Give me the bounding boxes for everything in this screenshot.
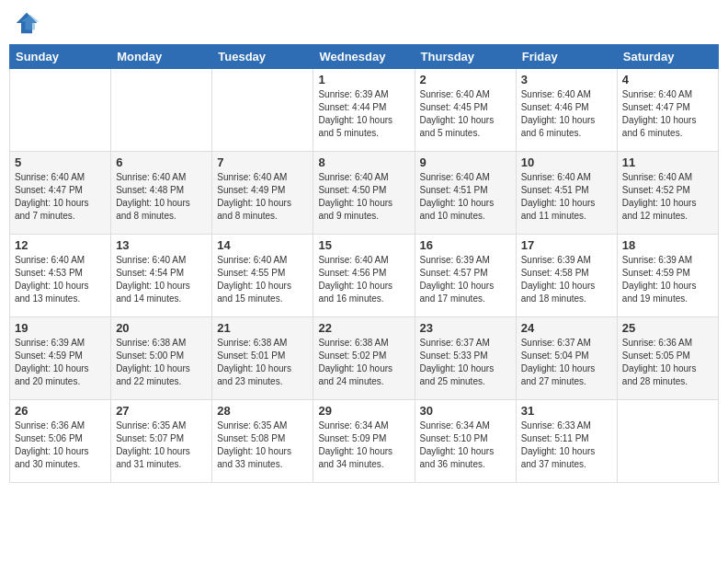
day-number: 29 (318, 404, 409, 418)
calendar-header-row: SundayMondayTuesdayWednesdayThursdayFrid… (10, 45, 719, 69)
calendar-cell: 11Sunrise: 6:40 AM Sunset: 4:52 PM Dayli… (617, 152, 718, 235)
calendar-cell: 31Sunrise: 6:33 AM Sunset: 5:11 PM Dayli… (516, 400, 617, 483)
calendar-cell: 19Sunrise: 6:39 AM Sunset: 4:59 PM Dayli… (10, 317, 111, 400)
day-header-thursday: Thursday (415, 45, 516, 69)
calendar-cell: 3Sunrise: 6:40 AM Sunset: 4:46 PM Daylig… (516, 69, 617, 152)
day-detail: Sunrise: 6:40 AM Sunset: 4:45 PM Dayligh… (420, 88, 511, 140)
day-detail: Sunrise: 6:37 AM Sunset: 5:04 PM Dayligh… (521, 337, 612, 388)
day-number: 17 (521, 238, 612, 252)
calendar-cell: 13Sunrise: 6:40 AM Sunset: 4:54 PM Dayli… (111, 235, 212, 317)
day-header-friday: Friday (516, 45, 617, 69)
day-detail: Sunrise: 6:40 AM Sunset: 4:47 PM Dayligh… (622, 88, 713, 140)
logo-icon (13, 9, 40, 37)
calendar-week-5: 26Sunrise: 6:36 AM Sunset: 5:06 PM Dayli… (10, 400, 719, 483)
day-detail: Sunrise: 6:35 AM Sunset: 5:07 PM Dayligh… (116, 419, 207, 471)
calendar-cell: 12Sunrise: 6:40 AM Sunset: 4:53 PM Dayli… (10, 235, 111, 317)
day-number: 7 (217, 155, 308, 169)
calendar-cell: 14Sunrise: 6:40 AM Sunset: 4:55 PM Dayli… (212, 235, 313, 317)
day-number: 31 (521, 404, 612, 418)
day-detail: Sunrise: 6:40 AM Sunset: 4:51 PM Dayligh… (420, 171, 511, 223)
calendar-week-1: 1Sunrise: 6:39 AM Sunset: 4:44 PM Daylig… (10, 69, 719, 152)
day-detail: Sunrise: 6:40 AM Sunset: 4:47 PM Dayligh… (15, 171, 106, 223)
day-number: 18 (622, 238, 713, 252)
calendar-cell: 17Sunrise: 6:39 AM Sunset: 4:58 PM Dayli… (516, 235, 617, 317)
page-header (9, 9, 719, 37)
day-number: 10 (521, 155, 612, 169)
day-number: 24 (521, 321, 612, 335)
calendar-cell: 8Sunrise: 6:40 AM Sunset: 4:50 PM Daylig… (313, 152, 415, 235)
day-number: 30 (420, 404, 511, 418)
calendar-cell: 6Sunrise: 6:40 AM Sunset: 4:48 PM Daylig… (111, 152, 212, 235)
calendar-cell (212, 69, 313, 152)
calendar-cell: 10Sunrise: 6:40 AM Sunset: 4:51 PM Dayli… (516, 152, 617, 235)
day-detail: Sunrise: 6:40 AM Sunset: 4:56 PM Dayligh… (318, 254, 409, 305)
calendar-cell: 27Sunrise: 6:35 AM Sunset: 5:07 PM Dayli… (111, 400, 212, 483)
day-number: 2 (420, 73, 511, 86)
calendar-cell: 4Sunrise: 6:40 AM Sunset: 4:47 PM Daylig… (617, 69, 718, 152)
calendar-cell: 25Sunrise: 6:36 AM Sunset: 5:05 PM Dayli… (617, 317, 718, 400)
day-detail: Sunrise: 6:40 AM Sunset: 4:55 PM Dayligh… (217, 254, 308, 305)
day-number: 28 (217, 404, 308, 418)
day-detail: Sunrise: 6:39 AM Sunset: 4:59 PM Dayligh… (622, 254, 713, 305)
day-number: 15 (318, 238, 409, 252)
calendar-cell: 24Sunrise: 6:37 AM Sunset: 5:04 PM Dayli… (516, 317, 617, 400)
day-detail: Sunrise: 6:34 AM Sunset: 5:10 PM Dayligh… (420, 419, 511, 471)
day-number: 14 (217, 238, 308, 252)
day-detail: Sunrise: 6:38 AM Sunset: 5:01 PM Dayligh… (217, 337, 308, 388)
day-number: 21 (217, 321, 308, 335)
day-detail: Sunrise: 6:36 AM Sunset: 5:06 PM Dayligh… (15, 419, 106, 471)
day-number: 20 (116, 321, 207, 335)
day-detail: Sunrise: 6:40 AM Sunset: 4:53 PM Dayligh… (15, 254, 106, 305)
day-header-wednesday: Wednesday (313, 45, 415, 69)
calendar-cell: 9Sunrise: 6:40 AM Sunset: 4:51 PM Daylig… (415, 152, 516, 235)
calendar-week-3: 12Sunrise: 6:40 AM Sunset: 4:53 PM Dayli… (10, 235, 719, 317)
day-detail: Sunrise: 6:40 AM Sunset: 4:50 PM Dayligh… (318, 171, 409, 223)
day-detail: Sunrise: 6:40 AM Sunset: 4:46 PM Dayligh… (521, 88, 612, 140)
day-number: 19 (15, 321, 106, 335)
day-number: 22 (318, 321, 409, 335)
day-detail: Sunrise: 6:38 AM Sunset: 5:02 PM Dayligh… (318, 337, 409, 388)
day-detail: Sunrise: 6:39 AM Sunset: 4:58 PM Dayligh… (521, 254, 612, 305)
day-number: 13 (116, 238, 207, 252)
day-detail: Sunrise: 6:37 AM Sunset: 5:33 PM Dayligh… (420, 337, 511, 388)
day-number: 3 (521, 73, 612, 86)
calendar-cell: 1Sunrise: 6:39 AM Sunset: 4:44 PM Daylig… (313, 69, 415, 152)
calendar-cell: 23Sunrise: 6:37 AM Sunset: 5:33 PM Dayli… (415, 317, 516, 400)
day-detail: Sunrise: 6:38 AM Sunset: 5:00 PM Dayligh… (116, 337, 207, 388)
day-detail: Sunrise: 6:39 AM Sunset: 4:59 PM Dayligh… (15, 337, 106, 388)
day-number: 9 (420, 155, 511, 169)
day-detail: Sunrise: 6:39 AM Sunset: 4:44 PM Dayligh… (318, 88, 409, 140)
calendar-cell (617, 400, 718, 483)
calendar-table: SundayMondayTuesdayWednesdayThursdayFrid… (9, 44, 719, 483)
day-number: 23 (420, 321, 511, 335)
calendar-cell: 28Sunrise: 6:35 AM Sunset: 5:08 PM Dayli… (212, 400, 313, 483)
day-number: 5 (15, 155, 106, 169)
calendar-week-4: 19Sunrise: 6:39 AM Sunset: 4:59 PM Dayli… (10, 317, 719, 400)
day-detail: Sunrise: 6:40 AM Sunset: 4:54 PM Dayligh… (116, 254, 207, 305)
day-detail: Sunrise: 6:36 AM Sunset: 5:05 PM Dayligh… (622, 337, 713, 388)
calendar-cell: 2Sunrise: 6:40 AM Sunset: 4:45 PM Daylig… (415, 69, 516, 152)
calendar-week-2: 5Sunrise: 6:40 AM Sunset: 4:47 PM Daylig… (10, 152, 719, 235)
day-detail: Sunrise: 6:39 AM Sunset: 4:57 PM Dayligh… (420, 254, 511, 305)
calendar-cell: 21Sunrise: 6:38 AM Sunset: 5:01 PM Dayli… (212, 317, 313, 400)
calendar-cell: 26Sunrise: 6:36 AM Sunset: 5:06 PM Dayli… (10, 400, 111, 483)
day-number: 26 (15, 404, 106, 418)
day-header-saturday: Saturday (617, 45, 718, 69)
day-number: 16 (420, 238, 511, 252)
logo (13, 9, 44, 37)
day-detail: Sunrise: 6:33 AM Sunset: 5:11 PM Dayligh… (521, 419, 612, 471)
day-number: 1 (318, 73, 409, 86)
day-number: 6 (116, 155, 207, 169)
day-detail: Sunrise: 6:40 AM Sunset: 4:52 PM Dayligh… (622, 171, 713, 223)
calendar-cell: 5Sunrise: 6:40 AM Sunset: 4:47 PM Daylig… (10, 152, 111, 235)
day-number: 25 (622, 321, 713, 335)
calendar-cell: 30Sunrise: 6:34 AM Sunset: 5:10 PM Dayli… (415, 400, 516, 483)
day-number: 11 (622, 155, 713, 169)
day-number: 27 (116, 404, 207, 418)
calendar-cell: 20Sunrise: 6:38 AM Sunset: 5:00 PM Dayli… (111, 317, 212, 400)
calendar-cell: 18Sunrise: 6:39 AM Sunset: 4:59 PM Dayli… (617, 235, 718, 317)
day-detail: Sunrise: 6:35 AM Sunset: 5:08 PM Dayligh… (217, 419, 308, 471)
calendar-cell: 16Sunrise: 6:39 AM Sunset: 4:57 PM Dayli… (415, 235, 516, 317)
day-detail: Sunrise: 6:40 AM Sunset: 4:48 PM Dayligh… (116, 171, 207, 223)
day-detail: Sunrise: 6:34 AM Sunset: 5:09 PM Dayligh… (318, 419, 409, 471)
